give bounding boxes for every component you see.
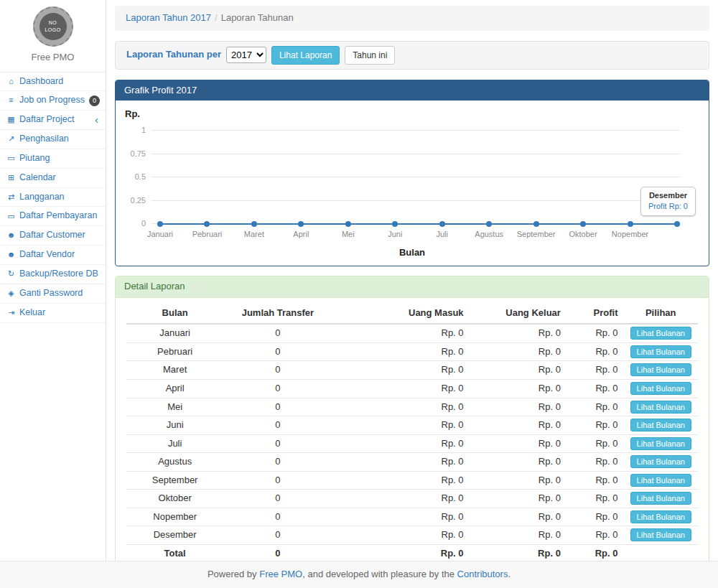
data-point-september[interactable] (533, 221, 539, 227)
table-row: Pebruari0Rp. 0Rp. 0Rp. 0Lihat Bulanan (126, 342, 698, 361)
table-row: September0Rp. 0Rp. 0Rp. 0Lihat Bulanan (126, 471, 698, 490)
cell-uang-masuk: Rp. 0 (332, 416, 470, 435)
cell-uang-masuk: Rp. 0 (332, 361, 470, 380)
x-axis-tick: Juli (436, 229, 448, 241)
cell-profit: Rp. 0 (567, 508, 624, 526)
table-row: Januari0Rp. 0Rp. 0Rp. 0Lihat Bulanan (126, 324, 698, 342)
tooltip-title: Desember (648, 190, 688, 202)
table-icon: ▦ (6, 114, 17, 126)
column-header: Profit (567, 303, 624, 325)
cell-bulan: Nopember (126, 508, 223, 526)
sidebar-item-dashboard[interactable]: ⌂Dashboard (0, 73, 106, 92)
total-bulan: Total (126, 545, 223, 561)
data-point-maret[interactable] (251, 221, 257, 227)
sidebar-item-penghasilan[interactable]: ↗Penghasilan (0, 130, 106, 149)
data-point-oktober[interactable] (580, 221, 586, 227)
logo-badge: NO LOGO (0, 0, 106, 47)
sidebar-item-job-on-progress[interactable]: ≡Job on Progress0 (0, 91, 106, 111)
this-year-button[interactable]: Tahun ini (345, 46, 395, 65)
lihat-bulanan-button[interactable]: Lihat Bulanan (630, 528, 691, 541)
sidebar-item-langganan[interactable]: ⇄Langganan (0, 188, 106, 207)
x-axis-tick: April (293, 229, 309, 241)
data-point-mei[interactable] (345, 221, 351, 227)
lihat-bulanan-button[interactable]: Lihat Bulanan (630, 510, 691, 523)
cell-jumlah-transfer: 0 (223, 471, 332, 490)
detail-table-wrap: BulanJumlah TransferUang MasukUang Kelua… (116, 298, 709, 561)
footer-text: , and developed with pleasure by the (302, 568, 454, 582)
sidebar-item-backup-restore-db[interactable]: ↻Backup/Restore DB (0, 265, 106, 284)
sidebar-item-keluar[interactable]: ⇥Keluar (0, 304, 106, 323)
lihat-bulanan-button[interactable]: Lihat Bulanan (630, 382, 691, 395)
footer-link-freepmo[interactable]: Free PMO (259, 568, 302, 582)
cell-profit: Rp. 0 (567, 471, 624, 490)
x-axis-tick: Pebruari (192, 229, 223, 241)
credit-card-icon: ▭ (6, 153, 17, 164)
total-empty-cell (623, 545, 698, 561)
lihat-bulanan-button[interactable]: Lihat Bulanan (630, 437, 691, 450)
sidebar-item-calendar[interactable]: ⊞Calendar (0, 169, 106, 188)
sidebar-item-label: Keluar (19, 307, 45, 319)
cell-profit: Rp. 0 (567, 324, 624, 342)
sidebar-item-daftar-vendor[interactable]: ☻Daftar Vendor (0, 246, 106, 265)
lihat-bulanan-button[interactable]: Lihat Bulanan (630, 327, 691, 340)
cell-uang-masuk: Rp. 0 (332, 342, 470, 361)
cell-pilihan: Lihat Bulanan (623, 526, 698, 545)
x-axis-tick: Juni (388, 229, 402, 241)
breadcrumb-link[interactable]: Laporan Tahun 2017 (126, 12, 211, 23)
x-axis-tick: Mei (342, 229, 355, 241)
cell-uang-masuk: Rp. 0 (332, 490, 470, 508)
y-axis-tick: 0.25 (121, 195, 146, 207)
sidebar-item-daftar-project[interactable]: ▦Daftar Project‹ (0, 111, 106, 130)
dashboard-icon: ⌂ (6, 76, 17, 88)
column-header: Pilihan (623, 303, 698, 325)
calendar-icon: ⊞ (6, 172, 17, 184)
sidebar-item-label: Daftar Pembayaran (19, 210, 97, 223)
data-point-desember[interactable] (674, 221, 680, 227)
cell-pilihan: Lihat Bulanan (623, 361, 698, 380)
sidebar-item-piutang[interactable]: ▭Piutang (0, 149, 106, 169)
cell-profit: Rp. 0 (567, 526, 624, 545)
table-row: Juni0Rp. 0Rp. 0Rp. 0Lihat Bulanan (126, 416, 698, 435)
footer-link-contributors[interactable]: Contributors (457, 568, 508, 582)
data-point-juli[interactable] (439, 221, 445, 227)
sidebar-item-label: Backup/Restore DB (19, 268, 98, 281)
footer-text: . (508, 568, 510, 582)
exchange-icon: ⇄ (6, 192, 17, 203)
lihat-bulanan-button[interactable]: Lihat Bulanan (630, 345, 691, 358)
tasks-icon: ≡ (6, 95, 17, 106)
page: NO LOGO Free PMO ⌂Dashboard≡Job on Progr… (0, 0, 718, 561)
footer: Powered by Free PMO, and developed with … (0, 561, 718, 588)
cell-pilihan: Lihat Bulanan (623, 398, 698, 416)
data-point-nopember[interactable] (628, 221, 633, 227)
data-point-april[interactable] (298, 221, 304, 227)
data-point-pebruari[interactable] (204, 221, 210, 227)
users-icon: ☻ (6, 230, 17, 241)
lihat-bulanan-button[interactable]: Lihat Bulanan (630, 455, 691, 468)
total-uang-keluar: Rp. 0 (470, 545, 567, 561)
lihat-bulanan-button[interactable]: Lihat Bulanan (630, 419, 691, 431)
lihat-bulanan-button[interactable]: Lihat Bulanan (630, 474, 691, 487)
sidebar-item-ganti-password[interactable]: ◈Ganti Password (0, 284, 106, 304)
cell-uang-keluar: Rp. 0 (470, 361, 567, 380)
view-report-button[interactable]: Lihat Laporan (271, 46, 340, 65)
sidebar-item-daftar-customer[interactable]: ☻Daftar Customer (0, 226, 106, 246)
sidebar-item-label: Job on Progress (19, 94, 85, 107)
sidebar-menu: ⌂Dashboard≡Job on Progress0▦Daftar Proje… (0, 72, 106, 323)
cell-jumlah-transfer: 0 (223, 453, 332, 472)
year-select[interactable]: 2017 (226, 47, 266, 63)
footer-text: Powered by (208, 568, 257, 582)
lihat-bulanan-button[interactable]: Lihat Bulanan (630, 363, 691, 376)
data-point-agustus[interactable] (486, 221, 492, 227)
sidebar-item-daftar-pembayaran[interactable]: ▭Daftar Pembayaran (0, 207, 106, 226)
detail-panel: Detail Laporan BulanJumlah TransferUang … (115, 276, 709, 561)
chart-line-icon: ↗ (6, 134, 17, 145)
data-point-juni[interactable] (392, 221, 398, 227)
lihat-bulanan-button[interactable]: Lihat Bulanan (630, 401, 691, 414)
x-axis-tick: Januari (147, 229, 173, 241)
sidebar-item-label: Ganti Password (19, 287, 83, 300)
lihat-bulanan-button[interactable]: Lihat Bulanan (630, 492, 691, 505)
cell-jumlah-transfer: 0 (223, 342, 332, 361)
cell-uang-keluar: Rp. 0 (470, 471, 567, 490)
cell-uang-keluar: Rp. 0 (470, 379, 567, 398)
data-point-januari[interactable] (157, 221, 163, 227)
